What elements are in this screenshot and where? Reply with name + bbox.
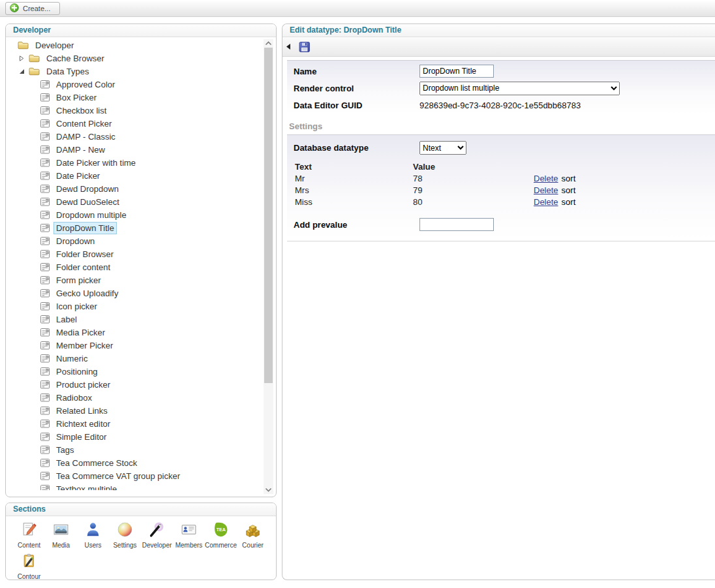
scroll-down-icon[interactable] [264,486,273,494]
add-prevalue-label: Add prevalue [287,220,419,230]
datatype-icon [40,185,50,193]
tree: DeveloperCache BrowserData TypesApproved… [6,39,262,490]
section-item-users[interactable]: Users [77,521,109,549]
add-prevalue-input[interactable] [419,218,494,231]
guid-row: Data Editor GUID 928639ed-9c73-4028-920c… [287,97,715,114]
tree-item-box-picker[interactable]: Box Picker [6,91,262,104]
add-prevalue-row: Add prevalue [287,217,715,232]
tree-item-damp-new[interactable]: DAMP - New [6,143,262,156]
section-item-contour[interactable]: Contour [13,552,45,580]
tree-item-label: Media Picker [53,326,108,339]
tree-item-date-picker-with-time[interactable]: Date Picker with time [6,156,262,169]
tree-item-label: Gecko Uploadify [53,287,121,300]
collapse-panel-icon[interactable] [286,44,290,50]
tree-item-data-types[interactable]: Data Types [6,65,262,78]
tree-item-dropdown-title[interactable]: DropDown Title [6,221,262,234]
tree-item-tea-commerce-vat-group-picker[interactable]: Tea Commerce VAT group picker [6,469,262,482]
tree-item-label: DAMP - Classic [53,131,118,143]
scroll-up-icon[interactable] [264,39,273,48]
tree-collapsed-arrow-icon[interactable] [19,55,29,61]
tree-item-label: Tea Commerce Stock [53,457,140,469]
create-button[interactable]: Create... [5,2,60,15]
tree-item-folder-content[interactable]: Folder content [6,260,262,273]
tree-item-dropdown[interactable]: Dropdown [6,234,262,247]
section-item-courier[interactable]: Courier [237,521,269,549]
datatype-icon [40,106,50,115]
delete-link[interactable]: Delete [534,185,558,195]
tree-scrollbar[interactable] [264,39,273,494]
sort-handle[interactable]: sort [562,174,576,183]
section-item-members[interactable]: Members [173,521,205,549]
tree-item-member-picker[interactable]: Member Picker [6,339,262,352]
render-control-select[interactable]: Dropdown list multiple [419,82,620,95]
datatype-icon [40,446,50,454]
tree-panel: Developer DeveloperCache BrowserData Typ… [5,23,277,497]
create-plus-icon [10,3,19,14]
tree-item-content-picker[interactable]: Content Picker [6,117,262,130]
tree-item-cache-browser[interactable]: Cache Browser [6,52,262,65]
tree-item-checkbox-list[interactable]: Checkbox list [6,104,262,117]
tree-item-dropdown-multiple[interactable]: Dropdown multiple [6,208,262,221]
tree-item-positioning[interactable]: Positioning [6,365,262,378]
sort-handle[interactable]: sort [562,185,576,195]
tree-item-folder-browser[interactable]: Folder Browser [6,247,262,260]
tree-item-icon-picker[interactable]: Icon picker [6,300,262,313]
tree-item-label: Folder Browser [53,248,116,260]
tree-item-form-picker[interactable]: Form picker [6,273,262,286]
members-icon [180,521,198,541]
tree-item-tags[interactable]: Tags [6,443,262,456]
users-icon [84,521,102,541]
tree-item-label: Approved Color [53,78,117,91]
tree-item-developer[interactable]: Developer [6,39,262,52]
prevalue-value: 78 [413,174,534,183]
tree-item-label: Cache Browser [44,52,107,65]
sort-handle[interactable]: sort [562,197,576,207]
section-item-label: Developer [142,542,172,549]
database-datatype-select[interactable]: Ntext [419,141,466,155]
section-item-media[interactable]: Media [45,521,77,549]
tree-item-date-picker[interactable]: Date Picker [6,169,262,182]
tree-item-label: Checkbox list [53,104,109,117]
tree-item-label: Radiobox [53,392,95,404]
tree-item-label[interactable]: Label [6,313,262,326]
tree-item-label: Textbox multiple [53,483,119,491]
tree-item-label: Folder content [53,261,113,273]
tree-item-product-picker[interactable]: Product picker [6,378,262,391]
datatype-icon [40,433,50,441]
tree-item-richtext-editor[interactable]: Richtext editor [6,417,262,430]
tree-item-dewd-dropdown[interactable]: Dewd Dropdown [6,182,262,195]
tree-item-damp-classic[interactable]: DAMP - Classic [6,130,262,143]
section-item-content[interactable]: Content [13,521,45,549]
section-item-developer[interactable]: Developer [141,521,173,549]
tree-item-dewd-duoselect[interactable]: Dewd DuoSelect [6,195,262,208]
tree-item-media-picker[interactable]: Media Picker [6,326,262,339]
tree-item-tea-commerce-stock[interactable]: Tea Commerce Stock [6,456,262,469]
datatype-icon [40,472,50,480]
save-button[interactable] [298,40,311,54]
delete-link[interactable]: Delete [534,197,558,207]
tree-item-label: Date Picker [53,170,102,182]
prevalues-header-row: TextValue [295,161,715,172]
datatype-icon [40,146,50,154]
name-input[interactable] [419,65,494,78]
datatype-icon [40,380,50,389]
section-item-label: Settings [113,542,136,549]
tree-item-label: DropDown Title [53,222,117,234]
section-item-settings[interactable]: Settings [109,521,141,549]
tree-item-label: Product picker [53,379,113,391]
tree-item-radiobox[interactable]: Radiobox [6,391,262,404]
scrollbar-thumb[interactable] [264,48,273,383]
section-item-commerce[interactable]: TEACommerce [205,521,237,549]
tree-item-textbox-multiple[interactable]: Textbox multiple [6,482,262,490]
delete-link[interactable]: Delete [534,174,558,183]
prevalues-text-header: Text [295,162,413,172]
tree-item-numeric[interactable]: Numeric [6,352,262,365]
prevalue-row-mrs: Mrs79Deletesort [295,184,715,196]
datatype-icon [40,394,50,402]
sections-grid: ContentMediaUsersSettingsDeveloperMember… [6,516,276,580]
tree-expanded-arrow-icon[interactable] [19,69,29,74]
tree-item-approved-color[interactable]: Approved Color [6,78,262,91]
tree-item-simple-editor[interactable]: Simple Editor [6,430,262,443]
tree-item-gecko-uploadify[interactable]: Gecko Uploadify [6,286,262,300]
tree-item-related-links[interactable]: Related Links [6,404,262,417]
